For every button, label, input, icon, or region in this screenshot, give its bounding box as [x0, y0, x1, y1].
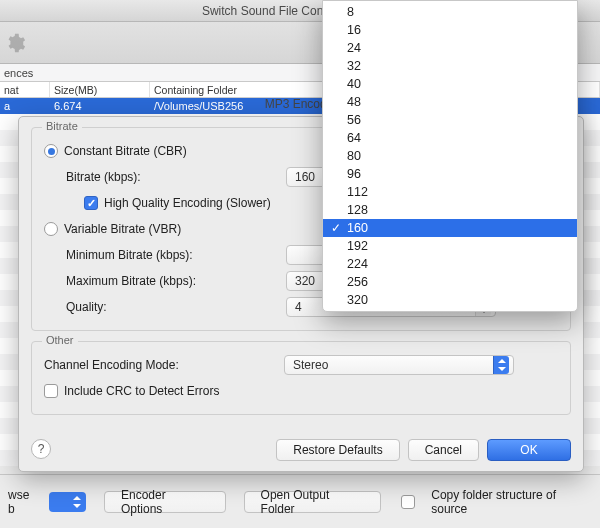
restore-defaults-button[interactable]: Restore Defaults — [276, 439, 399, 461]
other-group-label: Other — [42, 334, 78, 346]
cbr-label: Constant Bitrate (CBR) — [64, 144, 187, 158]
bitrate-option[interactable]: 112 — [323, 183, 577, 201]
copy-structure-label: Copy folder structure of source — [431, 488, 592, 516]
open-output-folder-button[interactable]: Open Output Folder — [244, 491, 382, 513]
max-bitrate-label: Maximum Bitrate (kbps): — [66, 274, 286, 288]
cbr-radio[interactable] — [44, 144, 58, 158]
help-button[interactable]: ? — [31, 439, 51, 459]
bitrate-option[interactable]: 56 — [323, 111, 577, 129]
crc-label: Include CRC to Detect Errors — [64, 384, 219, 398]
bitrate-label: Bitrate (kbps): — [66, 170, 286, 184]
bitrate-option[interactable]: 80 — [323, 147, 577, 165]
quality-label: Quality: — [66, 300, 286, 314]
bottom-bar: wse b Encoder Options Open Output Folder… — [0, 474, 600, 528]
bitrate-option[interactable]: 64 — [323, 129, 577, 147]
crc-checkbox[interactable] — [44, 384, 58, 398]
gear-icon — [4, 32, 26, 54]
bitrate-dropdown[interactable]: 8162432404856648096112128160192224256320 — [322, 0, 578, 312]
bitrate-option[interactable]: 48 — [323, 93, 577, 111]
col-format[interactable]: nat — [0, 82, 50, 97]
copy-structure-checkbox[interactable] — [401, 495, 415, 509]
bitrate-option[interactable]: 16 — [323, 21, 577, 39]
ok-button[interactable]: OK — [487, 439, 571, 461]
bitrate-option[interactable]: 24 — [323, 39, 577, 57]
vbr-label: Variable Bitrate (VBR) — [64, 222, 181, 236]
bitrate-option[interactable]: 40 — [323, 75, 577, 93]
channel-mode-label: Channel Encoding Mode: — [44, 358, 284, 372]
bitrate-option[interactable]: 32 — [323, 57, 577, 75]
bitrate-group-label: Bitrate — [42, 120, 82, 132]
bitrate-option[interactable]: 320 — [323, 291, 577, 309]
chevron-updown-icon — [493, 356, 509, 374]
bitrate-option[interactable]: 192 — [323, 237, 577, 255]
bitrate-option[interactable]: 160 — [323, 219, 577, 237]
bitrate-option[interactable]: 96 — [323, 165, 577, 183]
bitrate-option[interactable]: 224 — [323, 255, 577, 273]
encoder-options-button[interactable]: Encoder Options — [104, 491, 226, 513]
bitrate-option[interactable]: 8 — [323, 3, 577, 21]
hq-encoding-checkbox[interactable] — [84, 196, 98, 210]
bitrate-option[interactable]: 128 — [323, 201, 577, 219]
output-format-select[interactable] — [49, 492, 86, 512]
cancel-button[interactable]: Cancel — [408, 439, 479, 461]
min-bitrate-label: Minimum Bitrate (kbps): — [66, 248, 286, 262]
hq-encoding-label: High Quality Encoding (Slower) — [104, 196, 271, 210]
browse-label: wse b — [8, 488, 39, 516]
col-size[interactable]: Size(MB) — [50, 82, 150, 97]
bitrate-option[interactable]: 256 — [323, 273, 577, 291]
channel-mode-select[interactable]: Stereo — [284, 355, 514, 375]
other-group: Other Channel Encoding Mode: Stereo Incl… — [31, 341, 571, 415]
vbr-radio[interactable] — [44, 222, 58, 236]
